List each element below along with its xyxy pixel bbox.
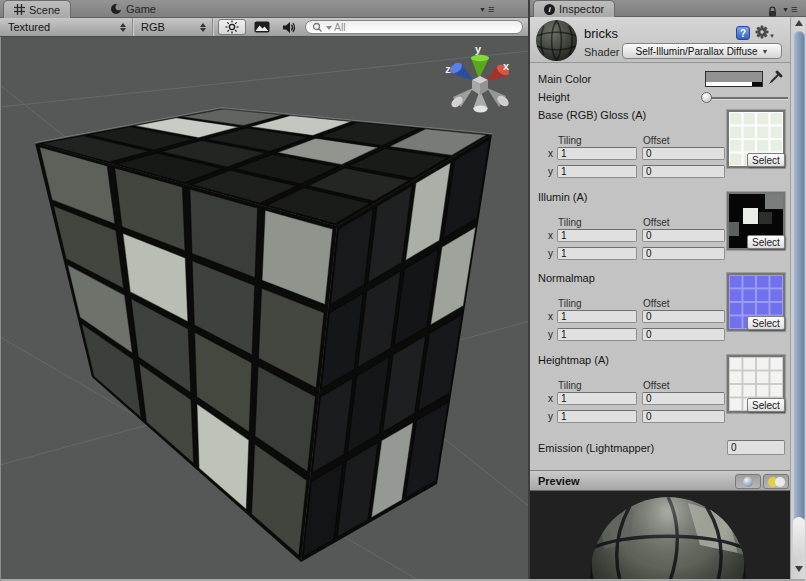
scrollbar-thumb[interactable] <box>793 31 805 523</box>
y-row-label: y <box>548 411 553 422</box>
y-row-label: y <box>548 166 553 177</box>
main-color-label: Main Color <box>538 73 591 85</box>
updown-arrows-icon <box>120 23 126 32</box>
select-texture-button[interactable]: Select <box>747 235 785 249</box>
scroll-up-arrow-icon[interactable] <box>795 20 803 26</box>
gizmo-z-axis-cone[interactable] <box>448 61 474 81</box>
height-slider-track[interactable] <box>702 97 788 99</box>
select-texture-button[interactable]: Select <box>747 153 785 167</box>
scroll-down-arrow-icon[interactable] <box>795 566 803 572</box>
material-header: bricks Shader Self-Illumin/Parallax Diff… <box>530 17 790 63</box>
tiling-y-input[interactable] <box>557 328 637 341</box>
material-name: bricks <box>584 26 618 41</box>
offset-x-input[interactable] <box>642 229 725 242</box>
chevron-down-icon: ▼ <box>769 33 775 39</box>
material-settings-button[interactable]: ▼ <box>755 25 775 40</box>
scene-skybox-toggle[interactable] <box>250 19 274 35</box>
speaker-icon <box>282 21 297 34</box>
tab-game[interactable]: Game <box>100 0 166 18</box>
emission-input[interactable] <box>727 440 785 455</box>
scene-audio-toggle[interactable] <box>277 19 301 35</box>
height-label: Height <box>538 91 570 103</box>
inspector-scrollbar[interactable] <box>790 17 806 581</box>
sphere-icon <box>743 477 753 487</box>
emission-label: Emission (Lightmapper) <box>538 442 654 454</box>
gizmo-y-label: y <box>475 43 482 55</box>
preview-lighting-toggle-button[interactable] <box>763 474 789 489</box>
render-mode-dropdown[interactable]: Textured <box>0 18 133 36</box>
search-filter-caret-icon <box>326 25 332 30</box>
gizmo-y-axis-cone[interactable] <box>471 55 489 79</box>
main-color-swatch[interactable] <box>705 71 763 87</box>
shader-dropdown-value: Self-Illumin/Parallax Diffuse <box>635 46 757 57</box>
gear-icon <box>755 25 769 39</box>
preview-sphere-mode-button[interactable] <box>735 474 761 489</box>
offset-y-input[interactable] <box>642 165 725 178</box>
section-title: Heightmap (A) <box>538 354 609 366</box>
select-texture-button[interactable]: Select <box>747 316 785 330</box>
tiling-y-input[interactable] <box>557 247 637 260</box>
tiling-x-input[interactable] <box>557 392 637 405</box>
two-dots-icon <box>768 477 784 487</box>
offset-x-input[interactable] <box>642 310 725 323</box>
inspector-panel: bricks Shader Self-Illumin/Parallax Diff… <box>530 17 790 581</box>
tiling-header: Tiling <box>558 135 582 146</box>
textured-cube-object[interactable] <box>35 108 492 562</box>
offset-y-input[interactable] <box>642 410 725 423</box>
tiling-header: Tiling <box>558 380 582 391</box>
x-row-label: x <box>548 311 553 322</box>
y-row-label: y <box>548 329 553 340</box>
scene-search-field[interactable] <box>305 20 523 34</box>
offset-y-input[interactable] <box>642 328 725 341</box>
section-title: Base (RGB) Gloss (A) <box>538 109 646 121</box>
sun-icon <box>225 20 239 34</box>
tab-scene[interactable]: Scene <box>3 0 71 18</box>
tiling-y-input[interactable] <box>557 410 637 423</box>
offset-header: Offset <box>643 217 670 228</box>
scene-toolbar: Textured RGB <box>0 18 530 37</box>
eyedropper-icon[interactable] <box>767 69 784 86</box>
scene-panel-menu-icon[interactable]: ▼≡ <box>479 2 495 16</box>
gizmo-x-label: x <box>503 60 510 72</box>
info-icon: i <box>544 4 555 15</box>
inspector-tabbar: i Inspector ▼≡ <box>530 0 806 17</box>
tab-game-label: Game <box>126 3 156 15</box>
preview-area[interactable] <box>530 491 790 581</box>
offset-y-input[interactable] <box>642 247 725 260</box>
updown-arrows-icon <box>200 23 206 32</box>
section-title: Illumin (A) <box>538 191 588 203</box>
grid-icon <box>14 4 25 15</box>
search-input[interactable] <box>334 21 504 33</box>
offset-x-input[interactable] <box>642 147 725 160</box>
scene-viewport[interactable]: y x z <box>0 37 530 581</box>
tiling-x-input[interactable] <box>557 310 637 323</box>
preview-header[interactable]: Preview <box>530 470 790 491</box>
scene-orientation-gizmo[interactable]: y x z <box>445 43 511 112</box>
render-mode-value: Textured <box>8 21 50 33</box>
height-slider-knob[interactable] <box>701 92 712 103</box>
inspector-panel-menu-icon[interactable]: ▼≡ <box>782 2 798 16</box>
shader-label: Shader <box>584 46 619 58</box>
color-mode-value: RGB <box>141 21 165 33</box>
tab-inspector-label: Inspector <box>559 3 604 15</box>
unity-game-icon <box>110 3 122 15</box>
shader-dropdown[interactable]: Self-Illumin/Parallax Diffuse ▼ <box>622 43 782 59</box>
texture-section-illumin: Illumin (A) Tiling Offset x y Select <box>530 191 790 271</box>
offset-x-input[interactable] <box>642 392 725 405</box>
tiling-x-input[interactable] <box>557 229 637 242</box>
tab-inspector[interactable]: i Inspector <box>533 0 615 17</box>
texture-section-heightmap: Heightmap (A) Tiling Offset x y Select <box>530 354 790 434</box>
offset-header: Offset <box>643 298 670 309</box>
unity-editor-window: Scene Game ▼≡ Textured RGB <box>0 0 806 581</box>
x-row-label: x <box>548 230 553 241</box>
scene-lighting-toggle[interactable] <box>218 19 246 35</box>
tiling-y-input[interactable] <box>557 165 637 178</box>
tiling-x-input[interactable] <box>557 147 637 160</box>
x-row-label: x <box>548 148 553 159</box>
select-texture-button[interactable]: Select <box>747 398 785 412</box>
offset-header: Offset <box>643 380 670 391</box>
material-sphere-icon <box>536 20 577 61</box>
color-mode-dropdown[interactable]: RGB <box>133 18 213 36</box>
gizmo-center-cube[interactable] <box>472 76 488 95</box>
help-book-icon[interactable]: ? <box>736 26 750 40</box>
